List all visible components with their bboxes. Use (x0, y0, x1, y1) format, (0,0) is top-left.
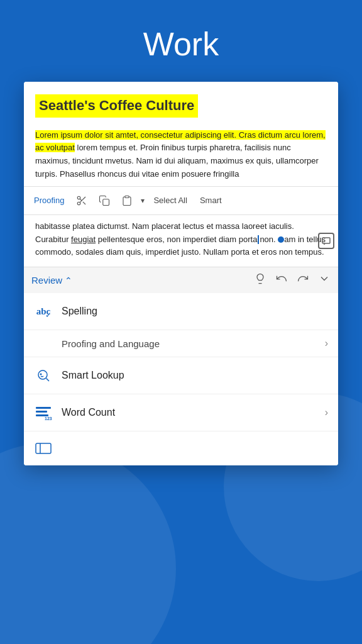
svg-rect-12 (36, 411, 47, 413)
svg-line-4 (80, 199, 82, 201)
comment-icon[interactable] (318, 233, 334, 249)
spelling-label: Spelling (62, 306, 328, 317)
document-body-bottom: habitasse platea dictumst. Nam placerat … (24, 215, 338, 267)
toolbar-chevron[interactable]: ▾ (141, 196, 145, 205)
proofing-language-label: Proofing and Language (62, 338, 325, 349)
toolbar-select-all[interactable]: Select All (150, 194, 190, 206)
smart-lookup-menu-item[interactable]: Smart Lookup (24, 357, 338, 394)
toolbar-proofing[interactable]: Proofing (30, 194, 68, 206)
svg-text:123: 123 (45, 416, 52, 420)
review-tab[interactable]: Review ⌃ (31, 275, 72, 286)
review-menu: abc ✓ Spelling Proofing and Language › S… (24, 293, 338, 465)
undo-icon[interactable] (275, 272, 288, 288)
svg-rect-15 (36, 443, 51, 453)
svg-point-8 (38, 370, 47, 379)
svg-rect-6 (125, 196, 129, 197)
context-toolbar: Proofing ▾ Select A (24, 186, 338, 215)
svg-rect-7 (322, 238, 330, 243)
proofing-language-menu-item[interactable]: Proofing and Language › (24, 330, 338, 357)
toolbar-smart[interactable]: Smart (196, 194, 226, 206)
bottom-partial-item[interactable] (24, 431, 338, 465)
svg-point-1 (78, 202, 81, 205)
more-icon[interactable] (318, 272, 331, 288)
lightbulb-icon[interactable] (254, 272, 266, 288)
svg-point-0 (78, 196, 81, 199)
svg-rect-11 (36, 407, 51, 409)
document-card: Seattle's Coffee Culture Lorem ipsum dol… (24, 82, 338, 465)
smart-lookup-label: Smart Lookup (62, 370, 328, 381)
word-count-chevron: › (325, 407, 328, 418)
document-title: Seattle's Coffee Culture (35, 94, 198, 118)
page-title: Work (0, 0, 362, 82)
document-body-top: Seattle's Coffee Culture Lorem ipsum dol… (24, 82, 338, 181)
word-count-menu-item[interactable]: 123 Word Count › (24, 394, 338, 431)
smart-lookup-icon (34, 366, 53, 385)
svg-point-10 (40, 374, 42, 375)
review-actions (254, 272, 331, 288)
spelling-menu-item[interactable]: abc ✓ Spelling (24, 293, 338, 330)
spelling-icon: abc ✓ (34, 302, 53, 321)
review-tab-label: Review (31, 275, 62, 286)
svg-rect-5 (103, 199, 109, 206)
proofing-language-chevron: › (325, 338, 328, 349)
document-paragraph-2: habitasse platea dictumst. Nam placerat … (35, 220, 327, 259)
review-toolbar: Review ⌃ (24, 267, 338, 293)
redo-icon[interactable] (297, 272, 309, 288)
paste-icon[interactable] (118, 192, 136, 209)
copy-icon[interactable] (96, 192, 113, 209)
word-count-label: Word Count (62, 407, 316, 418)
svg-line-9 (47, 379, 49, 381)
word-count-icon: 123 (34, 403, 53, 422)
bottom-partial-icon (34, 439, 53, 458)
svg-line-3 (83, 202, 85, 204)
scissors-icon[interactable] (73, 192, 90, 209)
review-tab-chevron[interactable]: ⌃ (65, 275, 72, 286)
document-paragraph-1: Lorem ipsum dolor sit amtet, consectetur… (35, 129, 327, 181)
